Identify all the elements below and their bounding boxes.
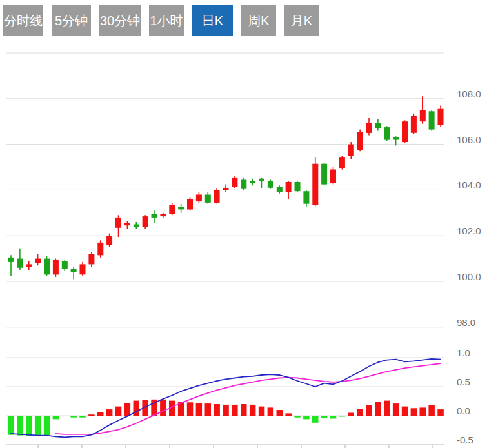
macd-bar bbox=[196, 403, 203, 416]
candle-body bbox=[8, 258, 14, 262]
candle-body bbox=[71, 269, 77, 272]
macd-bar bbox=[17, 416, 23, 436]
candle-body bbox=[330, 170, 336, 183]
y-axis-label: 98.0 bbox=[457, 317, 475, 328]
candle-body bbox=[393, 137, 399, 140]
macd-bar bbox=[97, 412, 104, 416]
macd-bar bbox=[35, 416, 41, 436]
candle-body bbox=[152, 214, 157, 218]
candle-body bbox=[196, 195, 202, 202]
candle-body bbox=[88, 254, 94, 265]
macd-bar bbox=[232, 405, 238, 416]
tab-5min[interactable]: 5分钟 bbox=[52, 5, 91, 36]
candle-body bbox=[97, 243, 103, 256]
period-toolbar: 分时线 5分钟 30分钟 1小时 日K 周K 月K bbox=[3, 5, 319, 36]
candle-body bbox=[438, 109, 444, 125]
candle-body bbox=[259, 179, 264, 181]
macd-bar bbox=[348, 413, 355, 416]
candle-body bbox=[375, 123, 381, 128]
y-axis-label: 100.0 bbox=[457, 271, 481, 282]
candle-body bbox=[134, 225, 139, 227]
candle-body bbox=[223, 188, 229, 190]
macd-bar bbox=[106, 409, 113, 416]
tab-daily-k[interactable]: 日K bbox=[192, 5, 233, 36]
macd-bar bbox=[294, 416, 301, 418]
macd-bar bbox=[259, 407, 265, 416]
candle-body bbox=[35, 259, 41, 263]
macd-bar bbox=[339, 416, 346, 417]
candle-body bbox=[250, 181, 255, 183]
candle-body bbox=[80, 264, 86, 274]
kline-chart[interactable]: 108.0106.0104.0102.0100.098.01.00.50.0-0… bbox=[0, 0, 487, 448]
candle-body bbox=[169, 205, 175, 214]
macd-bar bbox=[26, 416, 32, 436]
candle-body bbox=[62, 261, 68, 269]
macd-bar bbox=[134, 401, 140, 416]
macd-bar bbox=[277, 410, 283, 416]
candle-body bbox=[115, 218, 121, 228]
candle-body bbox=[366, 123, 372, 133]
macd-bar bbox=[303, 416, 310, 419]
macd-bar bbox=[357, 409, 363, 416]
macd-bar bbox=[70, 416, 77, 418]
candle-body bbox=[312, 164, 318, 205]
macd-bar bbox=[115, 407, 122, 416]
macd-bar bbox=[268, 407, 274, 416]
macd-bar bbox=[420, 407, 426, 416]
candle-body bbox=[17, 259, 23, 268]
candle-body bbox=[106, 236, 112, 245]
candle-body bbox=[295, 182, 301, 191]
candle-body bbox=[187, 199, 193, 210]
tab-1hour[interactable]: 1小时 bbox=[149, 5, 184, 36]
y-axis-label: 0.0 bbox=[457, 405, 470, 416]
dea-line bbox=[55, 363, 441, 434]
macd-bar bbox=[321, 416, 328, 418]
candle-body bbox=[241, 180, 246, 189]
candle-body bbox=[268, 181, 273, 188]
macd-bar bbox=[79, 416, 86, 418]
y-axis-label: 106.0 bbox=[457, 134, 481, 145]
candle-body bbox=[205, 195, 211, 203]
tab-minute-line[interactable]: 分时线 bbox=[3, 5, 43, 36]
tab-monthly-k[interactable]: 月K bbox=[284, 5, 319, 36]
macd-bar bbox=[187, 402, 194, 416]
tab-weekly-k[interactable]: 周K bbox=[241, 5, 276, 36]
candle-body bbox=[303, 191, 309, 204]
candle-body bbox=[143, 216, 148, 227]
macd-bar bbox=[437, 409, 444, 416]
macd-bar bbox=[8, 416, 14, 435]
macd-bar bbox=[160, 400, 166, 416]
candle-body bbox=[402, 121, 408, 142]
candle-body bbox=[420, 110, 426, 122]
macd-bar bbox=[241, 404, 247, 416]
candle-body bbox=[232, 178, 237, 187]
y-axis-label: 102.0 bbox=[457, 225, 481, 236]
macd-bar bbox=[44, 416, 50, 436]
macd-bar bbox=[214, 404, 220, 416]
macd-bar bbox=[402, 407, 408, 416]
candle-body bbox=[214, 190, 220, 203]
candle-body bbox=[348, 145, 354, 156]
macd-bar bbox=[411, 408, 417, 416]
macd-bar bbox=[53, 416, 59, 419]
macd-bar bbox=[375, 402, 381, 416]
y-axis-label: 108.0 bbox=[457, 88, 481, 99]
candle-body bbox=[26, 264, 32, 267]
y-axis-label: 0.5 bbox=[457, 376, 470, 387]
macd-bar bbox=[393, 403, 399, 416]
candle-body bbox=[53, 260, 59, 274]
macd-bar bbox=[428, 405, 435, 416]
candle-body bbox=[384, 127, 390, 140]
candle-body bbox=[277, 187, 283, 192]
macd-bar bbox=[366, 405, 372, 416]
y-axis-label: 1.0 bbox=[457, 347, 470, 358]
macd-bar bbox=[124, 403, 131, 416]
tab-30min[interactable]: 30分钟 bbox=[99, 5, 141, 36]
dif-line bbox=[11, 359, 441, 438]
macd-bar bbox=[285, 413, 292, 416]
y-axis-label: -0.5 bbox=[457, 434, 473, 445]
candle-body bbox=[44, 259, 50, 275]
y-axis-label: 104.0 bbox=[457, 179, 481, 190]
candle-body bbox=[339, 157, 345, 168]
candle-body bbox=[160, 214, 166, 217]
